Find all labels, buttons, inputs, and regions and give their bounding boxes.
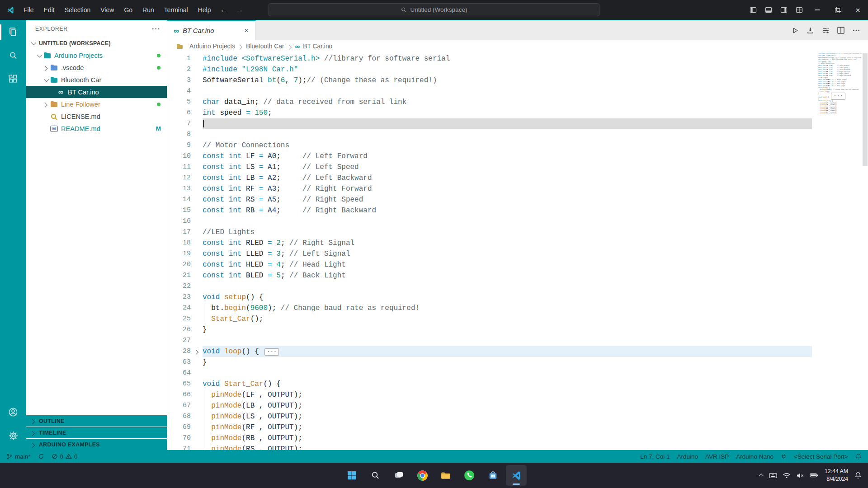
taskbar-clock[interactable]: 12:44 AM 8/4/2024 xyxy=(821,468,852,483)
settings-button[interactable] xyxy=(0,424,26,447)
code-line-16[interactable]: 16 xyxy=(167,216,868,227)
code-line-20[interactable]: 20const int HLED = 4; // Head Light xyxy=(167,259,868,270)
code-line-23[interactable]: 23void setup() { xyxy=(167,292,868,303)
tray-overflow-button[interactable] xyxy=(757,466,766,484)
menu-help[interactable]: Help xyxy=(193,3,216,17)
restore-button[interactable] xyxy=(827,0,848,20)
tree-item-vscode[interactable]: .vscode xyxy=(26,61,167,74)
code-line-69[interactable]: 69 pinMode(RF , OUTPUT); xyxy=(167,422,868,433)
fold-chevron-icon[interactable] xyxy=(191,346,203,357)
tree-item-bluetooth-car[interactable]: Bluetooth Car xyxy=(26,74,167,86)
code-line-22[interactable]: 22 xyxy=(167,281,868,292)
menu-terminal[interactable]: Terminal xyxy=(159,3,193,17)
serial-monitor-button[interactable] xyxy=(819,24,832,37)
taskbar-search-button[interactable] xyxy=(365,465,386,486)
tree-item-line-follower[interactable]: Line Follower xyxy=(26,98,167,110)
customize-layout-icon[interactable] xyxy=(792,3,807,17)
file-explorer-button[interactable] xyxy=(435,465,456,486)
programmer-status[interactable]: AVR ISP xyxy=(702,450,732,463)
code-line-24[interactable]: 24 bt.begin(9600); // Change baud rate a… xyxy=(167,303,868,314)
breadcrumb-arduino-projects[interactable]: Arduino Projects xyxy=(189,43,235,50)
run-button[interactable] xyxy=(788,24,801,37)
code-line-12[interactable]: 12const int LB = A2; // Left Backward xyxy=(167,173,868,183)
code-line-64[interactable]: 64 xyxy=(167,368,868,379)
breadcrumb-bt-car-ino[interactable]: BT Car.ino xyxy=(303,43,332,50)
code-line-9[interactable]: 9// Motor Connections xyxy=(167,140,868,151)
whatsapp-button[interactable] xyxy=(459,465,480,486)
cursor-position-status[interactable]: Ln 7, Col 1 xyxy=(637,450,673,463)
board-status[interactable]: Arduino Nano xyxy=(732,450,777,463)
tree-item-arduino-projects[interactable]: Arduino Projects xyxy=(26,49,167,61)
scrollbar-thumb[interactable] xyxy=(863,53,868,166)
code-line-21[interactable]: 21const int BLED = 5; // Back Light xyxy=(167,270,868,281)
code-line-65[interactable]: 65void Start_Car() { xyxy=(167,379,868,389)
task-view-button[interactable] xyxy=(388,465,409,486)
menu-file[interactable]: File xyxy=(19,3,39,17)
touch-keyboard-icon[interactable] xyxy=(766,466,780,484)
chrome-button[interactable] xyxy=(412,465,433,486)
tab-close-icon[interactable] xyxy=(242,26,251,35)
back-arrow-icon[interactable]: ← xyxy=(216,5,231,14)
code-line-1[interactable]: 1#include <SoftwareSerial.h> //library f… xyxy=(167,53,868,64)
code-line-6[interactable]: 6int speed = 150; xyxy=(167,108,868,118)
section-outline[interactable]: OUTLINE xyxy=(26,415,167,427)
sidebar-item-explorer[interactable] xyxy=(0,20,26,44)
code-line-63[interactable]: 63} xyxy=(167,357,868,368)
code-lines[interactable]: 1#include <SoftwareSerial.h> //library f… xyxy=(167,53,868,450)
code-line-67[interactable]: 67 pinMode(LB , OUTPUT); xyxy=(167,400,868,411)
code-line-25[interactable]: 25 Start_Car(); xyxy=(167,314,868,324)
code-line-18[interactable]: 18const int RLED = 2; // Right Signal xyxy=(167,238,868,249)
code-line-4[interactable]: 4 xyxy=(167,86,868,97)
code-line-8[interactable]: 8 xyxy=(167,129,868,140)
volume-mute-icon[interactable] xyxy=(793,466,807,484)
code-line-2[interactable]: 2#include "L298N_Car.h" xyxy=(167,64,868,75)
problems-status[interactable]: 0 0 xyxy=(48,450,81,463)
notifications-button[interactable] xyxy=(852,450,865,463)
breadcrumb-bluetooth-car[interactable]: Bluetooth Car xyxy=(246,43,284,50)
code-line-10[interactable]: 10const int LF = A0; // Left Forward xyxy=(167,151,868,162)
sidebar-item-search[interactable] xyxy=(0,44,26,67)
toggle-panel-icon[interactable] xyxy=(761,3,776,17)
section-timeline[interactable]: TIMELINE xyxy=(26,427,167,438)
code-line-14[interactable]: 14const int RS = A5; // Right Speed xyxy=(167,194,868,205)
notification-center-button[interactable] xyxy=(852,466,864,484)
section-arduino-examples[interactable]: ARDUINO EXAMPLES xyxy=(26,438,167,450)
menu-view[interactable]: View xyxy=(95,3,119,17)
code-line-17[interactable]: 17//LED Lights xyxy=(167,227,868,238)
code-line-19[interactable]: 19const int LLED = 3; // Left Signal xyxy=(167,249,868,259)
wifi-icon[interactable] xyxy=(780,466,793,484)
plug-button[interactable] xyxy=(777,450,790,463)
forward-arrow-icon[interactable]: → xyxy=(231,5,247,14)
store-button[interactable] xyxy=(482,465,503,486)
code-line-13[interactable]: 13const int RF = A3; // Right Forward xyxy=(167,183,868,194)
code-line-28[interactable]: 28void loop() { ··· xyxy=(167,346,868,357)
start-button[interactable] xyxy=(341,465,362,486)
code-line-5[interactable]: 5char data_in; // data received from ser… xyxy=(167,97,868,108)
tree-item-readme-md[interactable]: MREADME.mdM xyxy=(26,122,167,135)
vscode-button[interactable] xyxy=(506,465,527,486)
code-line-11[interactable]: 11const int LS = A1; // Left Speed xyxy=(167,162,868,173)
menu-run[interactable]: Run xyxy=(137,3,159,17)
code-line-71[interactable]: 71 pinMode(RS , OUTPUT); xyxy=(167,444,868,450)
sync-button[interactable] xyxy=(34,450,48,463)
code-line-3[interactable]: 3SoftwareSerial bt(6, 7);// (Change thes… xyxy=(167,75,868,86)
menu-edit[interactable]: Edit xyxy=(39,3,60,17)
more-actions-icon[interactable] xyxy=(850,24,863,37)
battery-icon[interactable] xyxy=(807,466,821,484)
split-editor-button[interactable] xyxy=(835,24,847,37)
sidebar-item-extensions[interactable] xyxy=(0,67,26,91)
command-center[interactable]: Untitled (Workspace) xyxy=(268,3,600,16)
code-line-68[interactable]: 68 pinMode(LS , OUTPUT); xyxy=(167,411,868,422)
close-button[interactable] xyxy=(848,0,868,20)
toggle-secondary-sidebar-icon[interactable] xyxy=(776,3,792,17)
menu-go[interactable]: Go xyxy=(119,3,137,17)
code-line-27[interactable]: 27 xyxy=(167,335,868,346)
minimize-button[interactable] xyxy=(807,0,827,20)
toggle-sidebar-icon[interactable] xyxy=(745,3,761,17)
minimap[interactable]: #include <SoftwareSerial.h> //library fo… xyxy=(818,53,862,114)
code-line-7[interactable]: 7 xyxy=(167,118,868,129)
menu-selection[interactable]: Selection xyxy=(60,3,96,17)
workspace-section-header[interactable]: UNTITLED (WORKSPACE) xyxy=(26,38,167,49)
code-line-26[interactable]: 26} xyxy=(167,324,868,335)
upload-button[interactable] xyxy=(804,24,816,37)
